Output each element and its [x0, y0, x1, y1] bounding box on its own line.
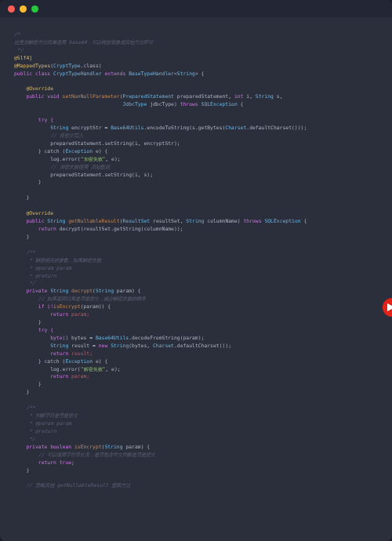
method-sig: public void [26, 93, 62, 100]
comment: */ [14, 47, 24, 53]
comment: // 忽略其他 getNullableResult 重载方法 [26, 482, 130, 488]
method-sig: private boolean [26, 444, 74, 450]
annotation: @MappedTypes [14, 63, 50, 69]
javadoc: /** [26, 249, 35, 256]
comment: // 加密失败使用 原始数据 [50, 164, 109, 170]
comment: 这里加解密方法简单使用 base64，可以根据替换成其他方法即可 [14, 39, 153, 45]
method-sig: public [26, 218, 47, 224]
comment: // 将密文写入 [50, 133, 83, 139]
close-icon[interactable] [8, 5, 15, 13]
annotation: @Slf4j [14, 55, 32, 61]
class-decl: public class [14, 71, 53, 77]
titlebar [0, 0, 392, 17]
code-area[interactable]: /* 这里加解密方法简单使用 base64，可以根据替换成其他方法即可 */ @… [0, 17, 392, 504]
minimize-icon[interactable] [20, 5, 27, 13]
method-sig: private [26, 288, 50, 294]
annotation: @Override [26, 85, 53, 92]
editor-window: /* 这里加解密方法简单使用 base64，可以根据替换成其他方法即可 */ @… [0, 0, 392, 541]
comment: /* [14, 31, 20, 38]
comment: // 可以使用字符串长度，是否包含中文判断是否是密文 [38, 452, 156, 458]
annotation: @Override [26, 210, 53, 216]
javadoc: /** [26, 405, 35, 411]
zoom-icon[interactable] [31, 5, 38, 13]
comment: // 如果返回结果是否是密文，减少解密失败的概率 [38, 296, 147, 302]
